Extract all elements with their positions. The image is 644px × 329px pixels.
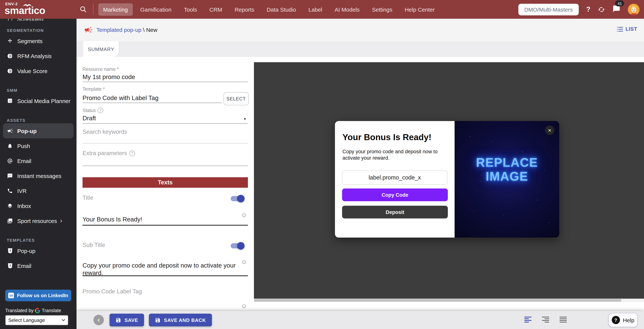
popup-title: Your Bonus Is Ready! xyxy=(342,132,432,142)
emoji-picker-icon[interactable]: ☺ xyxy=(241,212,247,218)
sidebar-item-label: Sport resources xyxy=(17,218,57,224)
list-view-button[interactable]: LIST xyxy=(617,26,638,32)
menu-item-ai-models[interactable]: AI Models xyxy=(330,3,364,15)
section-segmentation: SEGMENTATION xyxy=(0,27,76,33)
popup-image-placeholder[interactable]: REPLACE IMAGE × xyxy=(454,121,559,238)
sidebar-item-label: IVR xyxy=(17,188,27,194)
menu-item-label[interactable]: Label xyxy=(304,3,327,15)
user-avatar[interactable] xyxy=(628,3,640,15)
input-underline-focused xyxy=(82,225,248,226)
tab-summary[interactable]: SUMMARY xyxy=(83,41,119,57)
menu-item-crm[interactable]: CRM xyxy=(204,3,227,15)
main-menu: Marketing Gamification Tools CRM Reports… xyxy=(98,0,440,19)
status-dropdown[interactable]: Draft xyxy=(82,115,96,122)
sidebar-item-template-popup[interactable]: 3 Pop-up xyxy=(0,243,76,258)
refresh-icon[interactable] xyxy=(598,6,605,13)
linkedin-follow-button[interactable]: in Follow us on LinkedIn xyxy=(5,290,71,301)
title-toggle[interactable] xyxy=(230,195,244,202)
save-and-back-button[interactable]: SAVE AND BACK xyxy=(149,314,212,326)
extra-parameters-help-icon[interactable]: ? xyxy=(130,150,135,156)
sidebar-item-scheduled[interactable]: Scheduled xyxy=(0,19,76,20)
breadcrumb-parent-link[interactable]: Templated pop-up xyxy=(96,26,142,33)
sidebar-item-email[interactable]: Email xyxy=(0,153,76,168)
sidebar-item-value-score[interactable]: Value Score xyxy=(0,63,76,78)
menu-item-data-studio[interactable]: Data Studio xyxy=(262,3,301,15)
template-input[interactable]: Promo Code with Label Tag xyxy=(82,94,158,101)
help-button[interactable]: ? Help xyxy=(608,313,638,327)
menu-item-marketing[interactable]: Marketing xyxy=(98,3,133,15)
star-dots xyxy=(470,136,470,137)
sidebar-item-label: Instant messages xyxy=(17,173,61,179)
bell-icon xyxy=(7,143,13,149)
search-icon[interactable] xyxy=(80,5,87,13)
action-bar: SAVE SAVE AND BACK ? Help xyxy=(76,311,644,329)
chevron-left-icon xyxy=(96,318,101,322)
sidebar-item-label: RFM Analysis xyxy=(17,53,52,59)
menu-item-tools[interactable]: Tools xyxy=(179,3,202,15)
emoji-picker-icon[interactable]: ☺ xyxy=(241,259,247,265)
sidebar-item-ivr[interactable]: IVR xyxy=(0,183,76,198)
pie-chart-icon xyxy=(7,68,13,74)
subtitle-toggle[interactable] xyxy=(230,242,244,250)
sidebar-item-instant-messages[interactable]: Instant messages xyxy=(0,168,76,183)
subtitle-input[interactable]: Copy your promo code and deposit now to … xyxy=(82,262,240,277)
at-sign-icon xyxy=(7,158,13,164)
sidebar-item-sport-resources[interactable]: Sport resources xyxy=(0,213,76,228)
chevron-down-icon xyxy=(62,319,65,322)
megaphone-icon xyxy=(7,128,13,134)
image-library-icon xyxy=(7,218,13,224)
section-templates: TEMPLATES xyxy=(0,237,76,243)
template-select-button[interactable]: SELECT xyxy=(224,92,249,105)
sidebar-item-inbox[interactable]: Inbox xyxy=(0,198,76,213)
align-right-icon[interactable] xyxy=(542,317,549,323)
chevron-right-icon xyxy=(59,218,63,224)
help-button-label: Help xyxy=(623,317,634,323)
google-logo-icon xyxy=(35,308,40,313)
menu-item-reports[interactable]: Reports xyxy=(230,3,259,15)
sidebar-item-template-email[interactable]: 3 Email xyxy=(0,258,76,273)
workspace-selector[interactable]: DMO/Multi-Masters xyxy=(518,3,579,15)
title-input[interactable]: Your Bonus Is Ready! xyxy=(82,216,142,223)
menu-item-settings[interactable]: Settings xyxy=(367,3,397,15)
popup-close-button[interactable]: × xyxy=(545,125,554,135)
input-underline xyxy=(82,103,222,103)
collapse-back-button[interactable] xyxy=(94,315,104,325)
svg-text:3: 3 xyxy=(9,264,11,267)
emoji-picker-icon[interactable]: ☺ xyxy=(241,303,247,309)
notifications-button[interactable]: 41 xyxy=(612,5,620,14)
logo-bird-icon xyxy=(22,3,32,7)
sidebar-item-label: Inbox xyxy=(17,203,31,209)
align-justify-icon[interactable] xyxy=(560,317,567,323)
sidebar-item-label: Email xyxy=(17,263,31,269)
sidebar-item-push[interactable]: Push xyxy=(0,138,76,153)
pie-chart-icon xyxy=(7,53,13,59)
scrollbar-thumb[interactable] xyxy=(254,299,622,302)
search-keywords-input[interactable]: Search keywords xyxy=(82,128,127,135)
help-icon[interactable]: ? xyxy=(586,5,590,13)
section-assets: ASSETS xyxy=(0,117,76,123)
replace-image-label: REPLACE IMAGE xyxy=(454,155,559,183)
menu-item-help-center[interactable]: Help Center xyxy=(400,3,440,15)
sidebar-item-segments[interactable]: ÷ Segments xyxy=(0,33,76,48)
align-left-icon[interactable] xyxy=(524,317,532,323)
extra-parameters-label: Extra parameters ? xyxy=(82,150,135,157)
phone-icon xyxy=(7,188,13,194)
resource-name-input[interactable]: My 1st promo code xyxy=(82,73,135,80)
sidebar-item-popup[interactable]: Pop-up xyxy=(3,123,74,138)
copy-code-button[interactable]: Copy Code xyxy=(342,188,448,201)
horizontal-scrollbar[interactable] xyxy=(254,299,644,302)
sidebar-item-rfm-analysis[interactable]: RFM Analysis xyxy=(0,48,76,63)
save-button[interactable]: SAVE xyxy=(110,314,144,326)
texts-section-header: Texts xyxy=(82,177,248,188)
tab-strip: SUMMARY xyxy=(76,41,644,57)
sidebar-item-label: Value Score xyxy=(17,68,48,74)
sidebar-item-social-media-planner[interactable]: Social Media Planner xyxy=(0,93,76,108)
linkedin-follow-label: Follow us on LinkedIn xyxy=(17,293,68,298)
promo-code-box[interactable]: label.promo_code_x xyxy=(342,170,448,185)
popup-preview: Your Bonus Is Ready! Copy your promo cod… xyxy=(335,121,559,238)
status-help-icon[interactable]: ? xyxy=(98,107,103,113)
language-select[interactable]: Select Language xyxy=(5,315,68,325)
save-and-back-label: SAVE AND BACK xyxy=(164,317,206,323)
menu-item-gamification[interactable]: Gamification xyxy=(136,3,176,15)
deposit-button[interactable]: Deposit xyxy=(342,206,448,218)
